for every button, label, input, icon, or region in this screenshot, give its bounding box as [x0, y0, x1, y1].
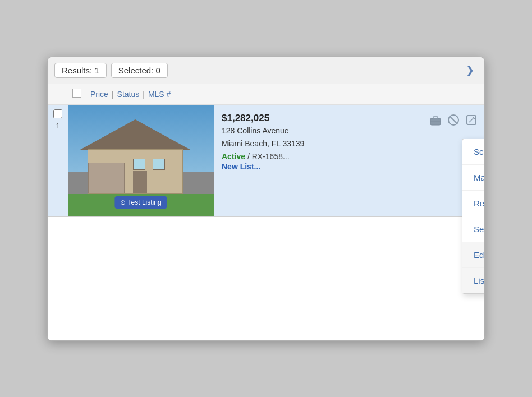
svg-line-6	[469, 118, 474, 122]
context-menu-item-schedule-showing[interactable]: Schedule a Showing	[462, 139, 485, 165]
results-badge: Results: 1	[54, 63, 107, 78]
listing-details: $1,282,025 128 Collins Avenue Miami Beac…	[214, 105, 484, 216]
listing-address-line2: Miami Beach, FL 33139	[222, 138, 479, 150]
house-window1	[133, 159, 145, 170]
sep1: |	[112, 90, 114, 99]
context-menu-item-report-violation[interactable]: Report Violation	[462, 191, 485, 216]
row-number-area: 1	[48, 105, 68, 216]
top-bar: Results: 1 Selected: 0 ❯	[48, 57, 484, 84]
edit-icon	[465, 114, 478, 126]
house-roof	[79, 119, 191, 150]
house-window2	[153, 159, 165, 170]
listing-icons	[428, 113, 479, 130]
briefcase-icon-button[interactable]	[428, 113, 443, 130]
listing-row: 1 ⊙ Test Listing	[48, 105, 484, 217]
house-door	[133, 171, 147, 193]
column-headers: Price | Status | MLS #	[48, 84, 484, 105]
main-window: Results: 1 Selected: 0 ❯ Price | Status …	[47, 57, 485, 341]
listing-tag: New List...	[222, 162, 479, 171]
top-bar-left: Results: 1 Selected: 0	[54, 63, 168, 78]
context-menu-item-listing-activity[interactable]: Listing Activity	[462, 268, 485, 293]
house-illustration	[79, 121, 191, 194]
context-menu-item-search-comparables[interactable]: Search Comparables	[462, 216, 485, 242]
block-icon	[447, 114, 460, 126]
header-checkbox[interactable]	[72, 89, 81, 98]
mls-number: / RX-1658...	[247, 152, 290, 161]
svg-rect-1	[433, 117, 438, 119]
collapse-button[interactable]: ❯	[462, 63, 478, 77]
listing-image-container: ⊙ Test Listing	[68, 105, 214, 216]
status-column-header[interactable]: Status	[117, 90, 140, 99]
house-garage	[88, 163, 125, 193]
briefcase-icon	[429, 114, 442, 126]
context-menu-item-edit-listing[interactable]: Edit Listing	[462, 242, 485, 268]
sep2: |	[143, 90, 145, 99]
listing-status-line: Active / RX-1658...	[222, 152, 479, 161]
block-icon-button[interactable]	[446, 113, 461, 130]
price-column-header[interactable]: Price	[90, 90, 108, 99]
selected-badge: Selected: 0	[111, 63, 168, 78]
house-body	[88, 149, 183, 194]
row-checkbox[interactable]	[53, 109, 62, 118]
header-checkbox-area	[72, 89, 86, 100]
edit-icon-button[interactable]	[464, 113, 479, 130]
test-listing-label: ⊙ Test Listing	[114, 196, 167, 209]
context-menu: Schedule a ShowingMatch ContactsReport V…	[462, 139, 485, 294]
empty-area	[48, 217, 484, 340]
status-active: Active	[222, 152, 245, 161]
context-menu-item-match-contacts[interactable]: Match Contacts	[462, 165, 485, 191]
column-labels: Price | Status | MLS #	[90, 90, 171, 99]
mls-column-header[interactable]: MLS #	[148, 90, 171, 99]
svg-line-4	[450, 116, 457, 124]
row-number: 1	[56, 122, 59, 130]
